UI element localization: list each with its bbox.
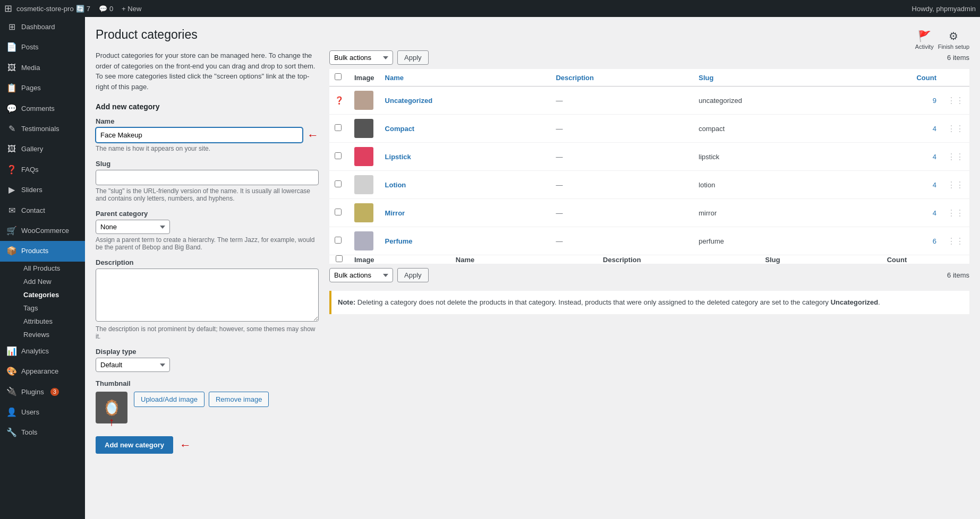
table-row: ❓ Uncategorized Edit | Quick Edit | View… [329,87,969,115]
sidebar-sub-all-products[interactable]: All Products [19,262,85,275]
upload-image-button[interactable]: Upload/Add image [134,392,204,407]
sidebar-item-sliders[interactable]: ▶ Sliders [0,180,85,200]
row-name-link[interactable]: Lipstick [385,153,411,161]
remove-image-button[interactable]: Remove image [209,392,269,407]
row-name-uncategorized: Uncategorized Edit | Quick Edit | View [380,87,551,115]
parent-label: Parent category [96,210,319,218]
sidebar-sub-tags[interactable]: Tags [19,301,85,315]
col-count-header[interactable]: Count [852,69,942,87]
row-image [354,119,373,138]
sidebar-item-plugins[interactable]: 🔌 Plugins 3 [0,382,85,402]
row-drag-mirror: ⋮⋮ [942,199,969,227]
help-icon[interactable]: ❓ [335,96,344,105]
col-name-footer: Name [380,255,551,264]
row-name-link[interactable]: Mirror [385,209,405,217]
sidebar-item-pages[interactable]: 📋 Pages [0,78,85,98]
categories-table-panel: Bulk actions Apply 6 items [329,50,969,314]
apply-button-bottom[interactable]: Apply [397,268,429,282]
row-name-link[interactable]: Perfume [385,237,413,245]
description-textarea[interactable] [96,269,319,322]
apply-button-top[interactable]: Apply [397,50,429,65]
add-category-button[interactable]: Add new category [96,436,173,454]
row-name-lotion: Lotion Edit | Quick Edit | Delete | View [380,171,551,199]
sidebar-item-woocommerce[interactable]: 🛒 WooCommerce [0,221,85,241]
drag-handle-icon[interactable]: ⋮⋮ [947,180,964,189]
row-cb[interactable] [335,237,342,244]
row-img-compact [349,115,380,143]
bulk-actions-select-bottom[interactable]: Bulk actions [329,268,393,282]
drag-handle-icon[interactable]: ⋮⋮ [947,124,964,133]
sidebar-item-posts[interactable]: 📄 Posts [0,37,85,57]
sidebar-item-tools[interactable]: 🔧 Tools [0,422,85,443]
row-cb[interactable] [335,180,342,187]
sidebar-item-testimonials[interactable]: ✎ Testimonials [0,119,85,139]
activity-button[interactable]: 🚩 Activity [915,30,934,50]
slug-input[interactable] [96,170,319,185]
sidebar-sub-reviews[interactable]: Reviews [19,328,85,341]
col-description-header[interactable]: Description [550,69,693,87]
row-count-link[interactable]: 4 [933,125,936,133]
row-desc-mirror: — [550,199,693,227]
finish-setup-button[interactable]: ⚙ Finish setup [938,30,969,50]
sidebar-item-users[interactable]: 👤 Users [0,402,85,422]
col-slug-header[interactable]: Slug [693,69,852,87]
row-cb[interactable] [335,209,342,215]
site-name[interactable]: cosmetic-store-pro [16,5,74,13]
col-drag-header [942,69,969,87]
col-checkbox-footer [329,255,349,264]
row-count-link[interactable]: 4 [933,181,936,189]
parent-hint: Assign a parent term to create a hierarc… [96,236,319,251]
sidebar-item-gallery[interactable]: 🖼 Gallery [0,139,85,159]
drag-handle-icon[interactable]: ⋮⋮ [947,96,964,105]
bulk-actions-select-top[interactable]: Bulk actions [329,50,393,65]
drag-handle-icon[interactable]: ⋮⋮ [947,237,964,246]
table-row: Compact Edit | Quick Edit | Delete | Vie… [329,115,969,143]
sidebar-item-comments[interactable]: 💬 Comments [0,99,85,119]
select-all-footer-checkbox[interactable] [336,255,343,262]
row-name-perfume: Perfume Edit | Quick Edit | Delete | Vie… [380,227,551,255]
new-item[interactable]: + New [122,5,141,13]
row-name-link[interactable]: Lotion [385,181,406,189]
display-type-row: Display type Default Products Subcategor… [96,348,319,372]
sidebar-item-faqs[interactable]: ❓ FAQs [0,160,85,180]
thumbnail-label: Thumbnail [96,379,319,387]
row-desc-uncategorized: — [550,87,693,115]
row-name-link[interactable]: Uncategorized [385,97,433,105]
sidebar-item-analytics[interactable]: 📊 Analytics [0,341,85,361]
row-cb[interactable] [335,124,342,131]
sidebar-sub-attributes[interactable]: Attributes [19,315,85,328]
dashboard-icon: ⊞ [6,21,17,33]
row-name-link[interactable]: Compact [385,125,415,133]
updates-item[interactable]: 🔄 7 [76,5,90,13]
row-img-lipstick [349,143,380,171]
pages-icon: 📋 [6,82,17,94]
drag-handle-icon[interactable]: ⋮⋮ [947,209,964,218]
col-checkbox-header [329,69,349,87]
col-name-header[interactable]: Name [380,69,551,87]
sidebar-sub-categories[interactable]: Categories [19,288,85,301]
row-count-link[interactable]: 4 [933,209,936,217]
sidebar-item-dashboard[interactable]: ⊞ Dashboard [0,17,85,37]
sidebar: ⊞ Dashboard 📄 Posts 🖼 Media 📋 Pages 💬 Co… [0,17,85,519]
description-row: Description The description is not promi… [96,258,319,340]
row-drag-uncategorized: ⋮⋮ [942,87,969,115]
select-all-checkbox[interactable] [335,73,342,80]
row-desc-lipstick: — [550,143,693,171]
comments-item[interactable]: 💬 0 [99,5,113,13]
row-cb[interactable] [335,152,342,159]
name-input[interactable] [96,127,303,143]
row-checkbox-perfume [329,227,349,255]
row-count-link[interactable]: 4 [933,153,936,161]
sidebar-item-products[interactable]: 📦 Products [0,241,85,261]
row-count-link[interactable]: 9 [933,97,936,105]
display-select[interactable]: Default Products Subcategories Both [96,358,170,372]
sidebar-item-media[interactable]: 🖼 Media [0,58,85,78]
sidebar-item-appearance[interactable]: 🎨 Appearance [0,361,85,382]
row-count-link[interactable]: 6 [933,237,936,245]
drag-handle-icon[interactable]: ⋮⋮ [947,152,964,161]
row-image [354,203,373,222]
sidebar-item-contact[interactable]: ✉ Contact [0,201,85,221]
parent-select[interactable]: None Uncategorized Compact Lipstick Loti… [96,220,170,234]
sidebar-sub-add-new[interactable]: Add New [19,275,85,288]
row-slug-mirror: mirror [693,199,852,227]
